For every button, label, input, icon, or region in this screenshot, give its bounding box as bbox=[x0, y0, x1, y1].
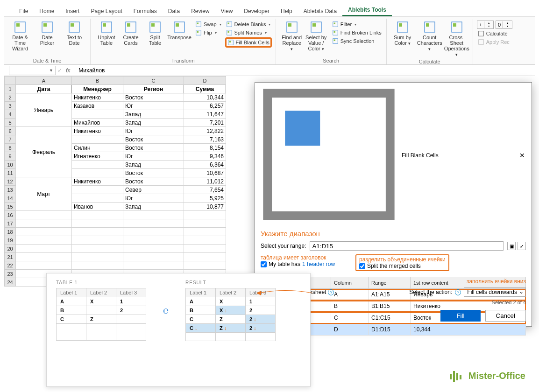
sum-by-color-button[interactable]: Sum by Color ▾ bbox=[390, 20, 415, 47]
split-merged-checkbox[interactable]: Split the merged cells bbox=[359, 263, 446, 269]
find-broken-links-button[interactable]: Find Broken Links bbox=[331, 29, 383, 36]
delete-blanks-button[interactable]: Delete Blanks bbox=[225, 21, 272, 28]
tab-insert[interactable]: Insert bbox=[60, 6, 85, 16]
transpose-button[interactable]: Transpose bbox=[167, 20, 191, 47]
fill-button[interactable]: Fill bbox=[440, 310, 480, 322]
cell[interactable]: Силин bbox=[72, 144, 123, 152]
text-to-date-button[interactable]: Text to Date bbox=[62, 20, 86, 47]
header-cell[interactable]: Менеджер bbox=[72, 85, 123, 93]
cell[interactable]: 10,877 bbox=[184, 203, 226, 211]
cancel-button[interactable]: Cancel bbox=[485, 310, 526, 322]
worksheet-grid[interactable]: ABCD 1 Дата Менеджер Регион Сумма 2Январ… bbox=[4, 76, 226, 287]
tab-review[interactable]: Review bbox=[185, 6, 215, 16]
cell[interactable] bbox=[72, 169, 123, 177]
tab-developer[interactable]: Developer bbox=[238, 6, 275, 16]
range-input[interactable] bbox=[310, 241, 504, 251]
cell[interactable]: 10,344 bbox=[184, 93, 226, 102]
cell[interactable]: 9,346 bbox=[184, 152, 226, 161]
tab-file[interactable]: File bbox=[14, 6, 34, 16]
date-time-wizard-button[interactable]: Date & Time Wizard bbox=[8, 20, 32, 52]
cell[interactable] bbox=[72, 110, 123, 119]
tab-page-layout[interactable]: Page Layout bbox=[85, 6, 128, 16]
select-by-value-color-button[interactable]: Select by Value / Color ▾ bbox=[304, 20, 328, 52]
cell[interactable] bbox=[72, 161, 123, 169]
split-table-button[interactable]: Split Table bbox=[143, 20, 167, 47]
fx-icon[interactable]: fx bbox=[62, 67, 74, 74]
action-select[interactable]: Fill cells downwards bbox=[464, 287, 526, 297]
swap-button[interactable]: Swap bbox=[194, 21, 222, 28]
cell[interactable]: Казаков bbox=[72, 102, 123, 110]
find-and-replace-button[interactable]: Find and Replace ▾ bbox=[280, 20, 304, 52]
formula-content[interactable]: Михайлов bbox=[74, 67, 535, 74]
cell[interactable]: 6,257 bbox=[184, 102, 226, 110]
spinner-plus[interactable]: +▲▼ bbox=[477, 21, 494, 29]
spinner-zero[interactable]: 0▲▼ bbox=[496, 21, 512, 29]
cell[interactable]: Восток bbox=[123, 144, 184, 152]
calculate-button[interactable]: Calculate bbox=[477, 30, 512, 37]
sync-selection-button[interactable]: Sync Selection bbox=[331, 37, 383, 45]
fill-blank-cells-button[interactable]: Fill Blank Cells bbox=[225, 37, 272, 48]
count-characters-button[interactable]: Count Characters ▾ bbox=[418, 20, 442, 52]
filter-button[interactable]: Filter bbox=[331, 21, 383, 28]
close-icon[interactable]: ✕ bbox=[517, 152, 528, 159]
cell[interactable]: Восток bbox=[123, 93, 184, 102]
name-box[interactable]: ▼ bbox=[9, 66, 56, 75]
header-cell[interactable]: Регион bbox=[123, 85, 184, 93]
cell[interactable]: Юг bbox=[123, 102, 184, 110]
expand-range-icon[interactable]: ⤢ bbox=[518, 242, 526, 250]
cell[interactable]: Запад bbox=[123, 203, 184, 211]
cell[interactable]: Февраль bbox=[16, 127, 72, 177]
cell[interactable]: 10,687 bbox=[184, 169, 226, 177]
flip-button[interactable]: Flip bbox=[194, 29, 222, 36]
cell[interactable]: Запад bbox=[123, 119, 184, 127]
tab-data[interactable]: Data bbox=[163, 6, 185, 16]
cell[interactable]: 5,925 bbox=[184, 194, 226, 203]
cell[interactable]: Игнатенко bbox=[72, 152, 123, 161]
cell[interactable]: Юг bbox=[123, 194, 184, 203]
cell[interactable]: Никитенко bbox=[72, 127, 123, 135]
cell[interactable]: 6,364 bbox=[184, 161, 226, 169]
help-icon[interactable]: ? bbox=[455, 289, 461, 295]
cell[interactable] bbox=[72, 194, 123, 203]
cell[interactable]: 11,647 bbox=[184, 110, 226, 119]
cell[interactable]: Март bbox=[16, 177, 72, 211]
apply-button[interactable]: Apply Rec bbox=[477, 38, 512, 46]
tab-ablebits-tools[interactable]: Ablebits Tools bbox=[342, 5, 392, 16]
cell[interactable] bbox=[72, 135, 123, 144]
tab-help[interactable]: Help bbox=[275, 6, 298, 16]
header-cell[interactable]: Сумма bbox=[184, 85, 226, 93]
cell[interactable]: Январь bbox=[16, 93, 72, 127]
cell[interactable]: Восток bbox=[123, 135, 184, 144]
unpivot-table-button[interactable]: Unpivot Table bbox=[94, 20, 119, 47]
tab-view[interactable]: View bbox=[215, 6, 239, 16]
cross-sheet-operations-button[interactable]: Cross-Sheet Operations ▾ bbox=[445, 20, 469, 58]
create-cards-button[interactable]: Create Cards bbox=[119, 20, 143, 47]
cell[interactable]: 11,012 bbox=[184, 177, 226, 186]
cell[interactable]: Никитенко bbox=[72, 177, 123, 186]
cell[interactable]: Юг bbox=[123, 127, 184, 135]
tab-ablebits-data[interactable]: Ablebits Data bbox=[298, 6, 342, 16]
cell[interactable]: Запад bbox=[123, 110, 184, 119]
collapse-range-icon[interactable]: ▣ bbox=[507, 242, 516, 250]
cell[interactable]: Восток bbox=[123, 177, 184, 186]
cell[interactable]: Восток bbox=[123, 169, 184, 177]
tab-formulas[interactable]: Formulas bbox=[128, 6, 163, 16]
cell[interactable] bbox=[72, 186, 123, 194]
cell[interactable]: Запад bbox=[123, 161, 184, 169]
cell[interactable]: Никитенко bbox=[72, 93, 123, 102]
header-cell[interactable]: Дата bbox=[16, 85, 72, 93]
cell[interactable]: 7,163 bbox=[184, 135, 226, 144]
cell[interactable]: 12,822 bbox=[184, 127, 226, 135]
date-picker-button[interactable]: Date Picker bbox=[35, 20, 59, 47]
cell[interactable]: Юг bbox=[123, 152, 184, 161]
header-row-checkbox[interactable]: My table has 1 header row bbox=[261, 261, 335, 267]
cell[interactable]: Михайлов bbox=[72, 119, 123, 127]
cell[interactable]: 8,154 bbox=[184, 144, 226, 152]
cell[interactable]: Север bbox=[123, 186, 184, 194]
split-names-button[interactable]: Split Names bbox=[225, 29, 272, 36]
tab-home[interactable]: Home bbox=[34, 6, 60, 16]
cell[interactable]: Иванов bbox=[72, 203, 123, 211]
cell[interactable]: 7,654 bbox=[184, 186, 226, 194]
help-icon[interactable]: ? bbox=[328, 289, 334, 295]
cell[interactable]: 7,201 bbox=[184, 119, 226, 127]
